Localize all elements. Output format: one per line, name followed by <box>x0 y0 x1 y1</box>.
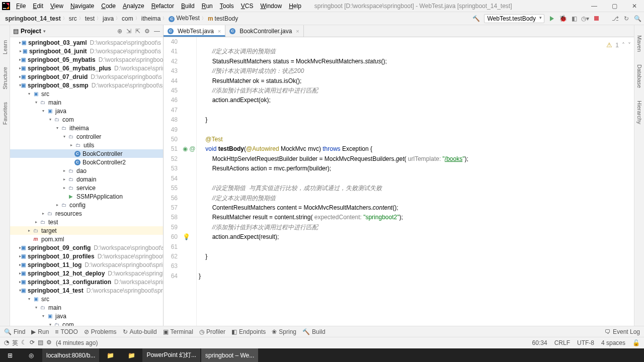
main-menu[interactable]: FileEditViewNavigateCodeAnalyzeRefactorB… <box>13 2 304 11</box>
tree-twisty-icon[interactable] <box>33 305 39 310</box>
database-tab[interactable]: Database <box>636 64 642 88</box>
tree-row[interactable]: 🗀main <box>10 98 163 107</box>
debug-icon[interactable]: 🐞 <box>559 15 567 22</box>
menu-file[interactable]: File <box>13 2 29 11</box>
hide-icon[interactable]: — <box>154 28 160 35</box>
menu-view[interactable]: View <box>47 2 66 11</box>
breadcrumb-item[interactable]: java <box>101 14 116 23</box>
tree-row[interactable]: 🗀config <box>10 201 163 209</box>
tree-twisty-icon[interactable] <box>68 143 74 147</box>
menu-tools[interactable]: Tools <box>217 2 237 11</box>
tree-twisty-icon[interactable] <box>61 134 67 139</box>
tool-run[interactable]: ▶Run <box>31 328 49 335</box>
expand-icon[interactable]: ⇲ <box>126 28 131 35</box>
tool-terminal[interactable]: ▣Terminal <box>163 328 193 335</box>
tree-row[interactable]: 🗀utils <box>10 141 163 149</box>
tree-row[interactable]: ▣springboot_14_testD:\workspace\springbo… <box>10 286 163 295</box>
tree-row[interactable]: 🗀target <box>10 226 163 235</box>
breadcrumb-item[interactable]: itheima <box>139 14 163 23</box>
menu-edit[interactable]: Edit <box>30 2 46 11</box>
tree-row[interactable]: ▣springboot_13_configurationD:\workspace… <box>10 278 163 286</box>
tool-todo[interactable]: ≡TODO <box>55 328 77 335</box>
tool-spring[interactable]: ❀Spring <box>272 328 296 335</box>
tree-twisty-icon[interactable] <box>26 92 32 96</box>
tree-row[interactable]: 🗀com <box>10 115 163 124</box>
tree-twisty-icon[interactable] <box>26 228 32 233</box>
tree-row[interactable]: CBookController <box>10 149 163 158</box>
tree-row[interactable]: mpom.xml <box>10 235 163 243</box>
tree-row[interactable]: ▣springboot_05_mybatisD:\workspace\sprin… <box>10 55 163 64</box>
tree-row[interactable]: ▣src <box>10 89 163 98</box>
menu-code[interactable]: Code <box>98 2 119 11</box>
tree-row[interactable]: ▣springboot_12_hot_deployD:\workspace\sp… <box>10 269 163 278</box>
menu-refactor[interactable]: Refactor <box>148 2 177 11</box>
close-icon[interactable]: × <box>218 28 221 34</box>
menu-vcs[interactable]: VCS <box>238 2 257 11</box>
stop-icon[interactable] <box>593 15 600 22</box>
project-tree[interactable]: ▣springboot_03_yamlD:\workspace\springbo… <box>10 37 163 326</box>
tree-row[interactable]: ▣springboot_08_ssmpD:\workspace\springbo… <box>10 81 163 89</box>
tree-row[interactable]: 🗀main <box>10 303 163 312</box>
tree-row[interactable]: 🗀itheima <box>10 124 163 132</box>
taskbar-item[interactable]: springboot – We... <box>201 348 258 362</box>
update-icon[interactable]: ↻ <box>623 15 630 22</box>
moon-icon[interactable]: ☾ <box>21 339 27 347</box>
tree-twisty-icon[interactable] <box>61 168 67 173</box>
tool-build[interactable]: 🔨Build <box>302 328 326 335</box>
menu-analyze[interactable]: Analyze <box>120 2 147 11</box>
tree-twisty-icon[interactable] <box>40 211 46 216</box>
gear-icon[interactable]: ⚙ <box>46 339 52 347</box>
tree-row[interactable]: ▣springboot_10_profilesD:\workspace\spri… <box>10 252 163 260</box>
tool-event-log[interactable]: 🗨Event Log <box>605 328 640 335</box>
readonly-icon[interactable]: 🔓 <box>632 339 640 346</box>
tree-twisty-icon[interactable] <box>26 297 32 301</box>
tree-twisty-icon[interactable] <box>61 177 67 182</box>
tree-row[interactable]: ▣springboot_11_logD:\workspace\springboo… <box>10 260 163 269</box>
tree-row[interactable]: 🗀dao <box>10 166 163 175</box>
menu-navigate[interactable]: Navigate <box>67 2 97 11</box>
window-controls[interactable]: — ▢ ✕ <box>587 3 642 10</box>
tree-row[interactable]: ▣springboot_07_druidD:\workspace\springb… <box>10 72 163 81</box>
taskbar-item[interactable]: ⊞ <box>0 348 20 362</box>
project-panel-header[interactable]: ▤ Project ▾ ⊕ ⇲ ⇱ ⚙ — <box>10 25 163 37</box>
tree-row[interactable]: ▣java <box>10 312 163 320</box>
indent[interactable]: 4 spaces <box>601 339 625 346</box>
breadcrumb-item[interactable]: test <box>83 14 97 23</box>
tree-twisty-icon[interactable] <box>61 186 67 190</box>
tool-find[interactable]: 🔍Find <box>4 328 25 335</box>
tree-row[interactable]: ▣src <box>10 295 163 303</box>
editor-tab[interactable]: CBookController.java× <box>225 25 304 37</box>
search-icon[interactable]: 🔍 <box>634 15 641 22</box>
tree-row[interactable]: ▣java <box>10 107 163 115</box>
breadcrumb-item[interactable]: mtestBody <box>206 14 240 23</box>
menu-window[interactable]: Window <box>257 2 285 11</box>
run-icon[interactable] <box>548 15 555 22</box>
tree-row[interactable]: 🗀test <box>10 218 163 226</box>
favorites-tab[interactable]: Favorites <box>2 102 8 125</box>
status-indicator-icon[interactable]: ◔ <box>4 339 9 347</box>
editor-analysis-status[interactable]: ⚠ 1 ˄ ˅ <box>606 41 631 49</box>
line-separator[interactable]: CRLF <box>554 339 570 346</box>
menu-run[interactable]: Run <box>199 2 216 11</box>
todo-status-icon[interactable]: ▤ <box>38 339 43 347</box>
structure-tab[interactable]: Structure <box>2 67 8 89</box>
tree-twisty-icon[interactable] <box>54 126 60 130</box>
maximize-icon[interactable]: ▢ <box>607 3 622 10</box>
close-icon[interactable]: × <box>296 28 299 34</box>
prev-highlight-icon[interactable]: ˄ <box>622 42 625 49</box>
tree-twisty-icon[interactable] <box>40 314 46 318</box>
coverage-icon[interactable]: ◧ <box>571 15 578 22</box>
tree-row[interactable]: 🗀service <box>10 184 163 192</box>
breadcrumb-item[interactable]: springboot_14_test <box>3 14 63 23</box>
tree-twisty-icon[interactable] <box>33 100 39 105</box>
tool-auto-build[interactable]: ↻Auto-build <box>123 328 157 335</box>
tree-twisty-icon[interactable] <box>47 322 53 326</box>
tool-endpoints[interactable]: ◧Endpoints <box>231 328 266 335</box>
hierarchy-tab[interactable]: Hierarchy <box>636 101 642 124</box>
tree-row[interactable]: 🗀controller <box>10 132 163 141</box>
chevron-down-icon[interactable]: ▾ <box>43 29 46 34</box>
tree-row[interactable]: 🗀com <box>10 320 163 326</box>
minimize-icon[interactable]: — <box>587 3 602 10</box>
ime-icon[interactable]: 英 <box>12 339 18 347</box>
tree-row[interactable]: CBookController2 <box>10 158 163 166</box>
